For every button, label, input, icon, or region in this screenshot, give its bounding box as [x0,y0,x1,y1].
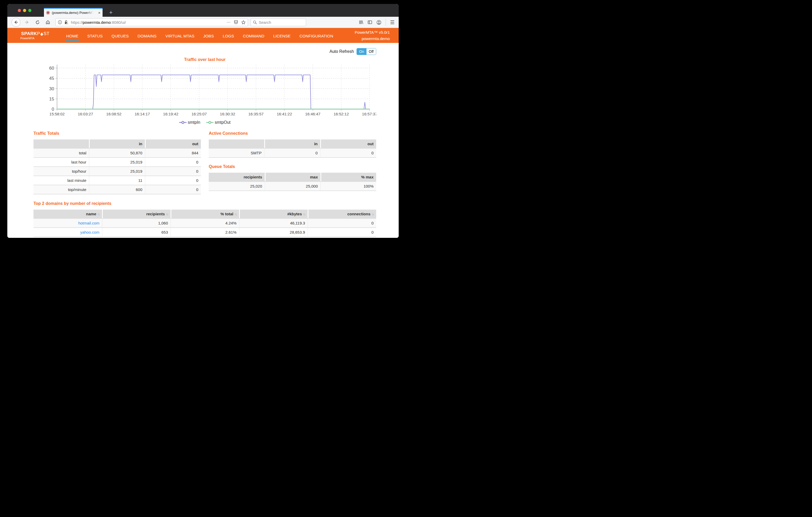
legend-line-icon [206,121,213,124]
column-header--kbytes[interactable]: #kbytes↑↓ [239,209,308,218]
table-cell: 0 [308,227,376,237]
legend-item-smtpin: smtpIn [179,120,200,125]
column-header-max: max [265,173,320,181]
svg-text:45: 45 [49,76,54,81]
table-cell: 25,020 [209,181,265,191]
toolbar-separator [385,19,386,26]
table-cell: 0 [264,148,320,158]
svg-text:16:19:42: 16:19:42 [163,112,178,116]
sort-arrows-icon[interactable]: ↑↓ [372,212,374,216]
table-cell: yahoo.com [33,227,102,237]
section-title-active-connections: Active Connections [209,131,376,136]
auto-refresh-on-button[interactable]: On [357,49,367,55]
nav-item-configuration[interactable]: CONFIGURATION [299,31,334,41]
close-window-button[interactable] [18,9,21,12]
chart-title: Traffic over last hour [33,57,376,62]
column-header--total[interactable]: % total↑↓ [171,209,239,218]
svg-text:16:08:52: 16:08:52 [106,112,121,116]
url-text[interactable]: https://powermta.demo:8080/ui/ [71,20,225,25]
forward-button[interactable] [23,18,31,26]
new-tab-button[interactable]: + [107,9,115,16]
window-controls [18,9,31,12]
column-header-name[interactable]: name↑↓ [33,209,102,218]
browser-tab[interactable]: (powermta.demo) PowerMTA W × [44,8,103,17]
top-domains-table: name↑↓recipients↑↓% total↑↓#kbytes↑↓conn… [33,209,376,237]
column-header-in: in [89,140,145,148]
table-header-row: inout [209,140,376,148]
table-cell: top/hour [33,166,89,176]
logo-part2: P [37,31,40,36]
svg-text:16:41:22: 16:41:22 [277,112,292,116]
home-button[interactable] [44,18,52,26]
nav-item-command[interactable]: COMMAND [243,31,265,41]
library-icon[interactable] [359,20,364,25]
table-cell: 0 [308,218,376,227]
table-cell: 0 [145,185,201,194]
table-row: yahoo.com6532.61%28,653.90 [33,227,376,237]
svg-text:16:14:17: 16:14:17 [135,112,150,116]
column-header-recipients: recipients [209,173,265,181]
insecure-lock-icon[interactable] [64,20,69,25]
nav-item-status[interactable]: STATUS [87,31,103,41]
svg-text:16:25:07: 16:25:07 [192,112,207,116]
nav-item-queues[interactable]: QUEUES [111,31,129,41]
tab-title: (powermta.demo) PowerMTA W [52,11,94,15]
sidebar-icon[interactable] [368,20,372,25]
pocket-icon[interactable] [234,20,238,24]
svg-text:30: 30 [49,86,54,91]
traffic-chart: 15:58:0216:03:2716:08:5216:14:1716:19:42… [33,62,376,125]
tab-close-icon[interactable]: × [98,11,100,15]
forward-arrow-icon [25,20,29,25]
nav-item-logs[interactable]: LOGS [222,31,234,41]
page-info-icon[interactable] [58,20,62,24]
column-header-out: out [145,140,201,148]
table-cell: 653 [102,227,171,237]
sort-arrows-icon[interactable]: ↑↓ [166,212,168,216]
table-cell: 0 [145,176,201,185]
traffic-totals-table: inouttotal50,870844last hour25,0190top/h… [33,140,201,194]
logo-subtitle: PowerMTA [16,37,55,40]
svg-text:16:52:12: 16:52:12 [334,112,349,116]
table-header-row: inout [33,140,201,148]
domain-link[interactable]: hotmail.com [78,221,99,225]
table-cell: 50,870 [89,148,145,157]
url-path: :8080/ui/ [111,20,126,25]
nav-item-jobs[interactable]: JOBS [203,31,214,41]
nav-item-domains[interactable]: DOMAINS [137,31,157,41]
table-cell: last hour [33,157,89,166]
app-navbar: SPARKPST PowerMTA HOMESTATUSQUEUESDOMAIN… [7,28,399,43]
table-cell: 25,019 [89,166,145,176]
zoom-window-button[interactable] [28,9,31,12]
sort-arrows-icon[interactable]: ↑↓ [234,212,236,216]
svg-text:16:30:32: 16:30:32 [220,112,235,116]
sort-arrows-icon[interactable]: ↑↓ [97,212,99,216]
reload-button[interactable] [33,18,41,26]
back-button[interactable] [11,18,21,27]
search-bar[interactable]: Search [251,18,306,26]
nav-item-home[interactable]: HOME [66,31,79,41]
menu-icon[interactable]: ☰ [390,19,395,25]
queue-totals-table: recipientsmax% max25,02025,000100% [209,173,376,191]
domain-link[interactable]: yahoo.com [80,230,99,234]
nav-item-license[interactable]: LICENSE [273,31,291,41]
nav-item-virtual-mtas[interactable]: VIRTUAL MTAS [165,31,195,41]
browser-window: (powermta.demo) PowerMTA W × + [7,4,399,238]
column-header-recipients[interactable]: recipients↑↓ [102,209,171,218]
url-bar[interactable]: https://powermta.demo:8080/ui/ ⋯ [55,18,248,26]
sort-arrows-icon[interactable]: ↑↓ [303,212,305,216]
search-icon [253,21,257,24]
flame-icon [40,32,43,36]
column-header-connections[interactable]: connections↑↓ [308,209,376,218]
svg-text:16:35:57: 16:35:57 [248,112,263,116]
search-placeholder: Search [259,20,271,25]
page-actions-icon[interactable]: ⋯ [227,20,231,25]
section-title-top-domains: Top 2 domains by number of recipients [33,201,376,206]
version-info: PowerMTA™ v5.0r1 powermta.demo [355,29,390,41]
powermta-favicon-icon [46,11,50,15]
table-row: 25,02025,000100% [209,181,376,191]
account-icon[interactable] [376,20,381,25]
table-header-row: name↑↓recipients↑↓% total↑↓#kbytes↑↓conn… [33,209,376,218]
auto-refresh-off-button[interactable]: Off [367,49,376,55]
minimize-window-button[interactable] [23,9,26,12]
bookmark-star-icon[interactable] [241,20,245,25]
